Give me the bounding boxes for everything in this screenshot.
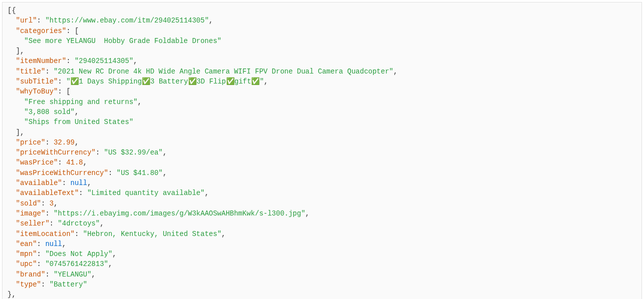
- key-subTitle: "subTitle": [16, 78, 58, 86]
- key-available: "available": [16, 179, 62, 187]
- val-title: "2021 New RC Drone 4k HD Wide Angle Came…: [53, 68, 393, 76]
- key-priceWithCurrency: "priceWithCurrency": [16, 148, 96, 156]
- close-brace: },: [7, 290, 16, 298]
- val-ean: null: [45, 240, 62, 248]
- val-type: "Battery": [49, 280, 87, 288]
- val-whyToBuy-2: "Ships from United States": [24, 118, 133, 126]
- val-subTitle: "✅1 Days Shipping✅3 Battery✅3D Flip✅gift…: [66, 78, 264, 86]
- val-categories-0: "See more YELANGU Hobby Grade Foldable D…: [24, 37, 222, 45]
- key-wasPrice: "wasPrice": [16, 158, 58, 166]
- val-url: "https://www.ebay.com/itm/294025114305": [45, 16, 209, 24]
- val-available: null: [70, 179, 87, 187]
- val-upc: "0745761422813": [45, 260, 108, 268]
- val-price: 32.99: [53, 138, 74, 146]
- key-type: "type": [16, 280, 41, 288]
- key-ean: "ean": [16, 240, 37, 248]
- val-availableText: "Limited quantity available": [87, 189, 205, 197]
- key-upc: "upc": [16, 260, 37, 268]
- val-brand: "YELANGU": [53, 270, 91, 278]
- key-brand: "brand": [16, 270, 45, 278]
- key-wasPriceWithCurrency: "wasPriceWithCurrency": [16, 169, 108, 177]
- val-whyToBuy-1: "3,808 sold": [24, 108, 75, 116]
- key-seller: "seller": [16, 220, 49, 228]
- val-mpn: "Does Not Apply": [45, 250, 112, 258]
- open-array-brace: [{: [7, 6, 16, 14]
- key-price: "price": [16, 138, 45, 146]
- val-seller: "4drctoys": [58, 220, 100, 228]
- key-sold: "sold": [16, 200, 41, 208]
- val-itemNumber: "294025114305": [74, 57, 133, 65]
- key-title: "title": [16, 68, 45, 76]
- val-image: "https://i.ebayimg.com/images/g/W3kAAOSw…: [53, 210, 305, 218]
- key-url: "url": [16, 16, 37, 24]
- val-wasPriceWithCurrency: "US $41.80": [116, 169, 162, 177]
- val-whyToBuy-0: "Free shipping and returns": [24, 98, 138, 106]
- json-code-block: [{ "url": "https://www.ebay.com/itm/2940…: [2, 2, 642, 299]
- key-image: "image": [16, 210, 45, 218]
- val-priceWithCurrency: "US $32.99/ea": [104, 148, 163, 156]
- key-categories: "categories": [16, 27, 66, 35]
- key-itemNumber: "itemNumber": [16, 57, 66, 65]
- key-whyToBuy: "whyToBuy": [16, 88, 58, 96]
- val-wasPrice: 41.8: [66, 158, 83, 166]
- val-itemLocation: "Hebron, Kentucky, United States": [83, 230, 221, 238]
- key-availableText: "availableText": [16, 189, 79, 197]
- key-mpn: "mpn": [16, 250, 37, 258]
- key-itemLocation: "itemLocation": [16, 230, 75, 238]
